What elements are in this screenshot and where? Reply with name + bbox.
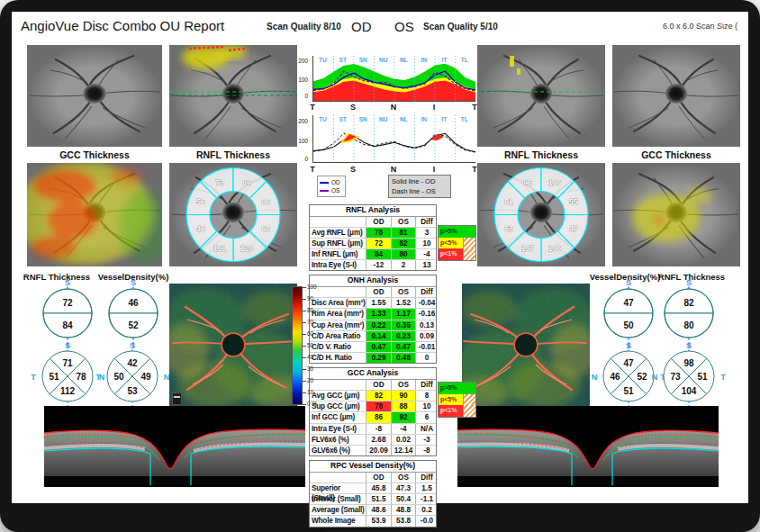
os-oct-bscan-image: [457, 406, 719, 487]
cell-label: FLV6x6 (%): [310, 435, 366, 445]
od-oct-bscan-image: [44, 406, 305, 487]
svg-text:50: 50: [113, 372, 124, 382]
svg-text:98: 98: [683, 358, 694, 368]
cell-od: 48.6: [366, 505, 391, 515]
svg-text:73: 73: [670, 372, 681, 382]
svg-text:47: 47: [569, 224, 578, 233]
tsnit-sector-labels: TUSTSNNUNLINITTL: [312, 57, 475, 63]
table-row: Sup GCC (μm)788810: [310, 401, 436, 411]
svg-text:42: 42: [127, 358, 138, 368]
svg-text:T: T: [31, 373, 36, 382]
svg-text:S: S: [686, 341, 692, 350]
cell-diff: 10: [415, 401, 438, 411]
table-row: C/D H. Ratio0.290.480: [310, 352, 436, 363]
cell-os: 0.35: [391, 320, 415, 330]
cell-diff: -0.16: [415, 309, 438, 319]
cell-label: C/D Area Ratio: [310, 331, 366, 341]
cell-od: 82: [366, 391, 391, 401]
svg-text:51: 51: [49, 372, 59, 382]
table-title: RNFL Analysis: [310, 205, 436, 217]
svg-text:100: 100: [548, 178, 561, 187]
table-header: ODOSDiff: [310, 217, 436, 227]
os-angio-vessel-density-image: [462, 284, 590, 410]
os-label: OS: [394, 19, 414, 34]
cell-od: 84: [366, 249, 391, 259]
cell-os: -4: [391, 424, 415, 434]
os-rnfl-map-photo: [477, 45, 605, 147]
cell-os: 82: [391, 239, 415, 248]
cell-diff: 0.2: [415, 505, 438, 515]
cell-label: Whole Image (All): [310, 516, 366, 526]
cell-label: Cup Area (mm²): [310, 320, 366, 330]
cell-label: C/D H. Ratio: [310, 353, 366, 363]
cell-label: Superior (Small): [310, 483, 366, 493]
y-tick: 0: [294, 93, 308, 99]
p-value-legend: p>5% p<5% p<1%: [438, 382, 476, 418]
svg-text:S: S: [130, 341, 135, 350]
cell-od: 0.47: [366, 342, 391, 352]
table-row: Avg GCC (μm)82908: [310, 390, 436, 401]
vessel-density-colorbar: [292, 286, 303, 405]
p-value-legend: p>5% p<5% p<1%: [438, 225, 476, 261]
od-vd-quadrant-gauge: S 42 50 49 53 T N I: [92, 340, 173, 412]
table-title: GCC Analysis: [310, 368, 436, 380]
cell-od: 20.09: [366, 446, 391, 455]
cell-diff: 0.13: [415, 320, 438, 330]
os-rnfl-map-label: RNFL Thickness: [477, 149, 605, 160]
cell-od: 0.14: [366, 331, 391, 341]
cell-label: Intra Eye (S-I): [310, 424, 366, 434]
table-title: RPC Vessel Density(%): [310, 461, 436, 473]
os-rnfl-hemisphere-gauge: S 82 80 I: [657, 277, 720, 349]
cell-label: C/D V. Ratio: [310, 342, 366, 352]
cell-label: Inferior (Small): [310, 494, 366, 504]
svg-text:80: 80: [683, 320, 694, 330]
cell-os: 12.14: [391, 446, 415, 455]
scan-size-label: 6.0 x 6.0 Scan Size (: [663, 22, 749, 31]
cell-diff: 1.5: [415, 483, 438, 493]
cell-os: 0.23: [391, 331, 415, 341]
os-line-swatch: [320, 190, 329, 192]
svg-text:N: N: [652, 373, 658, 382]
cell-od: 86: [366, 412, 391, 422]
os-vd-hemisphere-gauge: S 47 50 I: [597, 277, 660, 349]
svg-text:46: 46: [610, 372, 620, 382]
cell-od: 78: [366, 228, 391, 238]
analysis-tables: RNFL Analysis ODOSDiff Avg RNFL (μm)7881…: [309, 204, 437, 527]
cell-os: 48.8: [391, 505, 415, 515]
cell-diff: -0.04: [415, 298, 438, 308]
cell-od: 0.22: [366, 320, 391, 330]
cell-label: Sup RNFL (μm): [310, 239, 366, 248]
cell-diff: -1.1: [415, 494, 438, 504]
od-fundus-photo: [27, 45, 162, 147]
svg-text:52: 52: [637, 372, 647, 382]
capture-icon: [172, 392, 182, 405]
svg-text:T: T: [95, 373, 101, 382]
svg-text:63: 63: [504, 224, 513, 233]
od-rnfl-ring-panel: 73 69 86 68 120 101 46 56: [169, 163, 297, 266]
cell-label: Rim Area (mm²): [310, 309, 366, 319]
cell-label: Average (Small): [310, 505, 366, 515]
tsnit-sector-labels: TUSTSNNUNLINITTL: [312, 116, 475, 122]
od-rnfl-map-label: RNFL Thickness: [169, 149, 297, 160]
table-row: Avg RNFL (μm)78813: [310, 227, 436, 238]
os-rnfl-sector-ring: 96 100 55 47 100 107 63 81: [477, 163, 605, 266]
cell-od: -8: [366, 424, 391, 434]
table-row: Inferior (Small)51.550.4-1.1: [310, 493, 436, 504]
table-row: Inf RNFL (μm)8480-4: [310, 248, 436, 259]
svg-text:47: 47: [623, 358, 634, 368]
cell-diff: -4: [415, 249, 438, 259]
svg-text:47: 47: [623, 298, 634, 308]
cell-os: 53.8: [391, 516, 415, 526]
table-row: Sup RNFL (μm)728210: [310, 238, 436, 248]
cell-os: 1.17: [391, 309, 415, 319]
svg-text:104: 104: [682, 386, 697, 396]
svg-text:96: 96: [523, 178, 532, 187]
table-row: C/D Area Ratio0.140.230.09: [310, 330, 436, 341]
os-gcc-map-label: GCC Thickness: [612, 149, 740, 160]
cell-od: -12: [366, 260, 391, 270]
cell-label: Inf GCC (μm): [310, 412, 366, 422]
cell-diff: N/A: [415, 424, 438, 434]
cell-diff: -0.01: [415, 342, 438, 352]
cell-os: 92: [391, 412, 415, 422]
table-row: Intra Eye (S-I)-8-4N/A: [310, 423, 436, 434]
